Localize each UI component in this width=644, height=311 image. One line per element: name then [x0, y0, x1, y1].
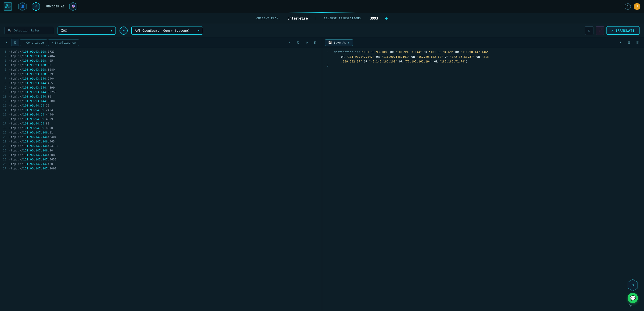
copy-button-right[interactable]: ⧉ [625, 39, 633, 46]
table-row: 19 (tcp)://111.90.147.146:21 [0, 130, 322, 135]
upload-button-right[interactable]: ⬆ [616, 39, 624, 46]
line-content: (tcp)://111.90.147.147:5652 [9, 158, 56, 161]
svg-text:👤: 👤 [21, 4, 25, 8]
line-number: 11 [0, 95, 9, 98]
line-number: 15 [0, 113, 9, 116]
line-number: 18 [0, 126, 9, 130]
translate-label: TRANSLATE [616, 29, 634, 32]
copy-button-left[interactable]: ⧉ [11, 39, 19, 46]
line-content: (tcp)://101.99.93.144:50255 [9, 90, 56, 94]
table-row: 4 (tcp)://101.99.93.108:80 [0, 63, 322, 68]
table-row: 13 (tcp)://101.99.94.69:21 [0, 104, 322, 108]
line-number: 1 [0, 50, 9, 53]
table-row: 1 (tcp)://101.99.93.108:1723 [0, 50, 322, 54]
table-row: 11 (tcp)://101.99.93.144:80 [0, 94, 322, 99]
line-number: 16 [0, 118, 9, 121]
copy-button-2[interactable]: ⧉ [294, 39, 302, 46]
svg-text:PRIME: PRIME [5, 6, 10, 8]
main-content: ⬆ ⧉ ✦ Contribute ✦ Intelligence ⬆ ⧉ ⚙ 🗑 … [0, 37, 644, 311]
nav-label-uncoder: UNCODER AI [46, 5, 65, 8]
table-row: 3 (tcp)://101.99.93.108:465 [0, 59, 322, 63]
line-number: 5 [0, 68, 9, 71]
swap-button[interactable]: ⇄ [120, 26, 128, 34]
left-panel-toolbar: ⬆ ⧉ ✦ Contribute ✦ Intelligence ⬆ ⧉ ⚙ 🗑 [0, 37, 322, 48]
contribute-button[interactable]: ✦ Contribute [20, 39, 47, 46]
plan-bar: CURRENT PLAN: Enterprise | REVERSE TRANS… [0, 13, 644, 24]
main-toolbar: 🔍 Detection Rules IOC ▼ ⇄ AWS OpenSearch… [0, 24, 644, 37]
nav-hex-1[interactable]: 👤 [18, 2, 28, 12]
filter-button[interactable]: ⚙ [303, 39, 310, 46]
line-number: 22 [0, 144, 9, 148]
platform-dropdown[interactable]: AWS OpenSearch Query (Lucene) ▼ [131, 26, 203, 34]
table-row: 21 (tcp)://111.90.147.146:465 [0, 140, 322, 144]
help-button[interactable]: ? [625, 3, 631, 10]
line-number: 3 [0, 59, 9, 62]
upload-button-2[interactable]: ⬆ [286, 39, 294, 46]
table-row: 9 (tcp)://101.99.93.144:4899 [0, 86, 322, 90]
line-number: 24 [0, 154, 9, 156]
chat-widget: ⚙ 💬 Ope... [626, 278, 640, 306]
search-box[interactable]: 🔍 Detection Rules [4, 27, 54, 34]
table-row: 24 (tcp)://111.90.147.146:8080 [0, 153, 322, 158]
upload-button[interactable]: ⬆ [3, 39, 10, 46]
table-row: 2 (tcp)://101.99.93.108:2404 [0, 54, 322, 59]
line-number: 21 [0, 140, 9, 143]
table-row: 6 (tcp)://101.99.93.108:8091 [0, 72, 322, 77]
line-content: (tcp)://101.99.93.108:2404 [9, 54, 55, 58]
line-content: (tcp)://101.99.94.69:2404 [9, 108, 53, 112]
platform-dropdown-arrow: ▼ [198, 29, 200, 32]
delete-button-left[interactable]: 🗑 [312, 39, 319, 46]
nav-hex-3[interactable]: 🔮 [68, 2, 78, 12]
line-number: 20 [0, 136, 9, 139]
save-as-label: Save As [334, 41, 346, 44]
table-row: 23 (tcp)://111.90.147.146:80 [0, 148, 322, 153]
line-number: 25 [0, 158, 9, 161]
save-icon: 💾 [328, 41, 332, 44]
left-code-editor[interactable]: 1 (tcp)://101.99.93.108:1723 2 (tcp)://1… [0, 48, 322, 311]
logo[interactable]: SOC PRIME [4, 2, 12, 11]
nav-icons: 👤 ⚡ UNCODER AI 🔮 [18, 2, 78, 12]
save-as-chevron: ▼ [348, 41, 350, 44]
intelligence-button[interactable]: ✦ Intelligence [48, 39, 79, 46]
nav-hex-2[interactable]: ⚡ [31, 2, 41, 12]
right-panel: 💾 Save As ▼ ⬆ ⧉ 🗑 1 destination.ip:("101… [322, 37, 644, 311]
line-content: (tcp)://101.99.93.144:8080 [9, 99, 55, 103]
line-number: 7 [0, 77, 9, 80]
line-number: 12 [0, 100, 9, 103]
line-content: (tcp)://101.99.93.108:1723 [9, 50, 55, 53]
line-content: (tcp)://111.90.147.146:2404 [9, 135, 56, 139]
line-content: (tcp)://101.99.93.144:80 [9, 95, 51, 98]
ioc-dropdown[interactable]: IOC ▼ [58, 26, 116, 34]
line-content: (tcp)://101.99.94.69:8090 [9, 126, 53, 130]
settings-button[interactable]: ⚙ [585, 26, 594, 35]
line-number: 10 [0, 90, 9, 94]
line-content: (tcp)://111.90.147.146:465 [9, 140, 55, 143]
delete-button-right[interactable]: 🗑 [634, 39, 641, 46]
svg-text:⚡: ⚡ [35, 4, 37, 8]
ioc-dropdown-value: IOC [61, 29, 67, 32]
table-row: 25 (tcp)://111.90.147.147:5652 [0, 158, 322, 162]
line-content: (tcp)://111.90.147.146:54750 [9, 144, 58, 148]
add-translations-button[interactable]: + [385, 16, 388, 21]
line-content: (tcp)://111.90.147.146:8080 [9, 153, 56, 156]
current-plan-value: Enterprise [288, 16, 308, 20]
current-plan-label: CURRENT PLAN: [256, 17, 280, 20]
reverse-translations-label: REVERSE TRANSLATIONS: [324, 17, 363, 20]
line-content: (tcp)://101.99.94.69:21 [9, 104, 50, 107]
right-line-1: destination.ip:("101.99.93.108" OR "101.… [331, 50, 492, 64]
table-row: 22 (tcp)://111.90.147.146:54750 [0, 144, 322, 148]
chat-bubble-button[interactable]: 💬 [628, 293, 638, 303]
translate-button[interactable]: ⚡ TRANSLATE [606, 26, 640, 35]
contribute-label: Contribute [26, 41, 44, 44]
table-row: 15 (tcp)://101.99.94.69:44444 [0, 112, 322, 117]
ioc-dropdown-arrow: ▼ [111, 29, 112, 32]
logo-icon: SOC PRIME [4, 2, 12, 11]
svg-text:SOC: SOC [6, 4, 10, 6]
right-ptool-left: ⬆ ⧉ ⚙ 🗑 [286, 39, 319, 46]
line-number: 19 [0, 131, 9, 134]
chat-label: Ope... [629, 304, 637, 306]
save-as-button[interactable]: 💾 Save As ▼ [325, 39, 353, 46]
right-panel-toolbar: 💾 Save As ▼ ⬆ ⧉ 🗑 [322, 37, 644, 48]
user-avatar[interactable]: J [634, 3, 640, 10]
mute-button[interactable] [596, 26, 604, 35]
